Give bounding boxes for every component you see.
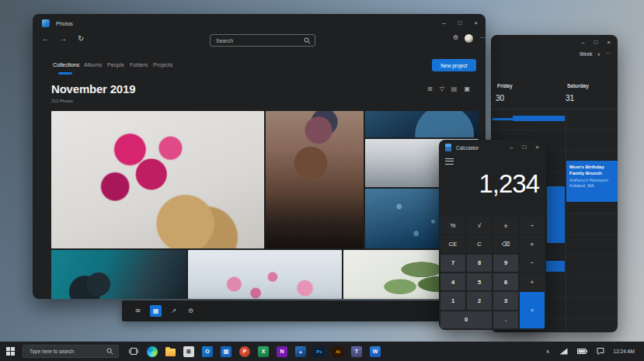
event-card[interactable]: Mom's Birthday Family Brunch Anthony's H… <box>566 161 618 202</box>
tab-projects[interactable]: Projects <box>153 62 172 68</box>
slideshow-icon[interactable]: ▤ <box>451 85 458 92</box>
photo-teal-ocean-rocks[interactable] <box>51 250 186 299</box>
import-icon[interactable]: ▣ <box>464 85 470 92</box>
key-sqrt[interactable]: √ <box>467 217 492 234</box>
clock[interactable]: 12:24 AM <box>614 349 635 354</box>
settings-gear-icon[interactable]: ⚙ <box>453 34 458 41</box>
key-4[interactable]: 4 <box>440 273 465 290</box>
photoshop-icon[interactable]: Ps <box>314 346 325 357</box>
key-backspace[interactable]: ⌫ <box>493 235 518 252</box>
key-decimal[interactable]: . <box>493 311 518 328</box>
network-icon[interactable] <box>559 348 568 355</box>
key-5[interactable]: 5 <box>467 273 492 290</box>
new-project-button[interactable]: New project <box>432 59 476 71</box>
minimize-icon[interactable]: – <box>510 144 513 151</box>
collection-toolbar: ⊞ ▽ ▤ ▣ <box>427 85 470 92</box>
key-3[interactable]: 3 <box>493 292 518 309</box>
photo-woman-headwrap-portrait[interactable] <box>266 111 364 248</box>
chevron-up-icon[interactable]: ∧ <box>545 349 549 355</box>
close-icon[interactable]: × <box>607 40 611 46</box>
key-ce[interactable]: CE <box>440 235 465 252</box>
hamburger-menu-icon[interactable] <box>445 158 454 165</box>
excel-icon[interactable]: X <box>258 346 269 357</box>
tab-folders[interactable]: Folders <box>130 62 148 68</box>
filter-icon[interactable]: ▽ <box>440 85 444 92</box>
word-icon[interactable]: W <box>370 346 381 357</box>
calendar-dock-active[interactable]: ▦ <box>150 305 162 317</box>
tab-people[interactable]: People <box>107 62 124 68</box>
key-1[interactable]: 1 <box>440 292 465 309</box>
action-center-icon[interactable] <box>597 348 604 355</box>
key-0[interactable]: 0 <box>440 311 492 328</box>
date-31[interactable]: 31 <box>566 94 574 102</box>
date-30[interactable]: 30 <box>496 94 504 102</box>
key-minus[interactable]: − <box>520 255 545 272</box>
photos-nav-bar: ← → ↻ ⚙ ⋯ <box>33 33 486 51</box>
photos-search-box[interactable] <box>210 34 315 47</box>
forward-icon[interactable]: → <box>59 34 67 43</box>
key-multiply[interactable]: × <box>520 235 545 252</box>
calendar-app-icon[interactable]: ▦ <box>221 346 231 357</box>
all-day-event-bar-thin[interactable] <box>493 118 513 120</box>
illustrator-icon[interactable]: Ai <box>332 346 343 357</box>
view-selector-label[interactable]: Week <box>580 51 593 57</box>
key-equals[interactable]: = <box>520 292 545 328</box>
event-title: Mom's Birthday Family Brunch <box>569 165 614 176</box>
key-7[interactable]: 7 <box>440 255 465 272</box>
maximize-icon[interactable]: □ <box>458 20 461 26</box>
file-explorer-icon[interactable] <box>165 349 176 356</box>
tab-collections[interactable]: Collections <box>53 62 79 68</box>
maximize-icon[interactable]: □ <box>522 144 526 151</box>
powerpoint-icon[interactable]: P <box>239 346 250 357</box>
key-plus[interactable]: + <box>520 273 545 290</box>
refresh-icon[interactable]: ↻ <box>78 34 84 43</box>
start-button[interactable] <box>6 347 15 356</box>
key-9[interactable]: 9 <box>493 255 518 272</box>
key-6[interactable]: 6 <box>493 273 518 290</box>
key-percent[interactable]: % <box>440 217 465 234</box>
taskbar-search-box[interactable] <box>23 345 119 358</box>
key-divide[interactable]: ÷ <box>520 217 545 234</box>
photos-titlebar[interactable]: Photos – □ × <box>33 14 486 33</box>
task-view-icon[interactable] <box>128 346 139 357</box>
store-icon[interactable]: ⊞ <box>183 346 194 357</box>
edge-icon[interactable] <box>147 346 158 357</box>
tab-albums[interactable]: Albums <box>84 62 102 68</box>
calendar-column-divider <box>566 109 566 332</box>
minimize-icon[interactable]: – <box>442 20 445 26</box>
close-icon[interactable]: × <box>474 20 478 26</box>
key-8[interactable]: 8 <box>467 255 492 272</box>
friday-event-block[interactable] <box>547 186 565 243</box>
more-options-icon[interactable]: ⋯ <box>480 34 486 41</box>
all-day-event-bar[interactable] <box>513 116 565 121</box>
maximize-icon[interactable]: □ <box>594 40 597 46</box>
photo-dark-blue-abstract[interactable] <box>365 111 479 137</box>
photo-pink-cosmos-flowers[interactable] <box>188 250 342 299</box>
back-icon[interactable]: ← <box>42 34 50 43</box>
photos-app-taskbar-icon[interactable]: ▲ <box>295 346 306 357</box>
taskbar-apps: ⊞ O ▦ P X N ▲ Ps Ai T W <box>128 346 381 357</box>
event-location: Anthony's Homeport <box>569 178 614 183</box>
share-icon[interactable]: ↗ <box>169 307 179 314</box>
select-icon[interactable]: ⊞ <box>427 85 433 92</box>
teams-icon[interactable]: T <box>351 346 362 357</box>
avatar[interactable] <box>465 34 473 43</box>
photo-pink-flowers-basket[interactable] <box>51 111 264 248</box>
gear-icon[interactable]: ⚙ <box>186 307 196 314</box>
floating-dock-toolbar: ✉ ▦ ↗ ⚙ <box>122 300 475 321</box>
close-icon[interactable]: × <box>535 144 539 151</box>
key-2[interactable]: 2 <box>467 292 492 309</box>
key-c[interactable]: C <box>467 235 492 252</box>
more-options-icon[interactable]: ⋯ <box>605 50 611 57</box>
onenote-icon[interactable]: N <box>277 346 287 357</box>
battery-icon[interactable] <box>577 349 587 354</box>
mail-icon[interactable]: ✉ <box>133 307 143 314</box>
minimize-icon[interactable]: – <box>581 40 584 46</box>
taskbar-search-input[interactable] <box>23 349 106 354</box>
photos-search-input[interactable] <box>211 38 304 43</box>
day-header-friday: Friday <box>497 83 513 89</box>
chevron-down-icon[interactable]: ∨ <box>597 51 600 57</box>
calculator-titlebar[interactable]: Calculator – □ × <box>439 140 546 155</box>
key-plusminus[interactable]: ± <box>493 217 518 234</box>
outlook-icon[interactable]: O <box>202 346 213 357</box>
